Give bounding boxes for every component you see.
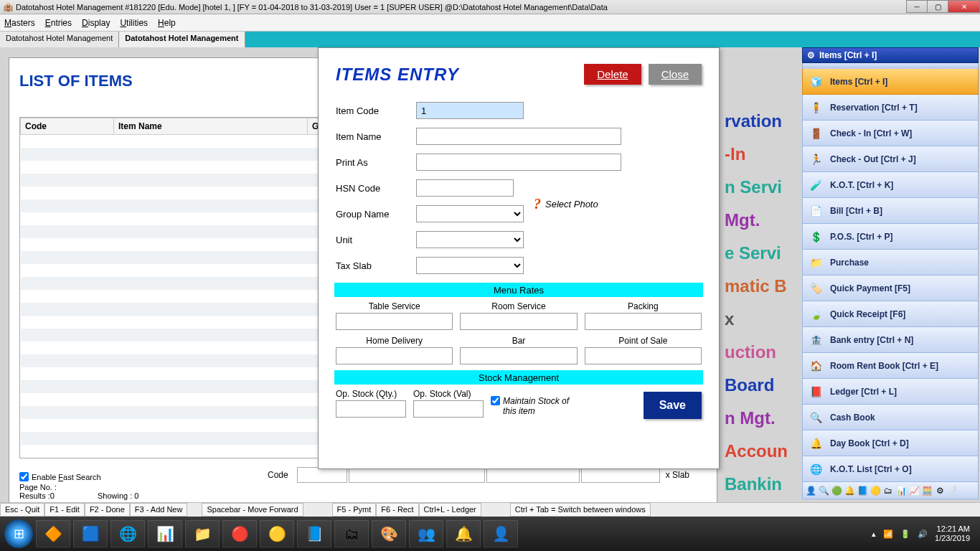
sc-f5[interactable]: F5 - Pymt [332, 503, 377, 517]
sidebar-item-label: Check - In [Ctrl + W] [830, 128, 912, 138]
tab-1[interactable]: Datotahost Hotel Management [119, 32, 245, 47]
tabstrip: Datotahost Hotel Management Datotahost H… [0, 32, 980, 47]
save-button[interactable]: Save [644, 392, 702, 419]
sidebar-icon: 🔔 [809, 436, 823, 451]
enable-fast-search-checkbox[interactable] [19, 472, 29, 481]
sidebar-item-15[interactable]: 🌐K.O.T. List [Ctrl + O] [802, 456, 979, 482]
close-window-button[interactable]: ✕ [948, 0, 980, 13]
sidebar-item-3[interactable]: 🏃Check - Out [Ctrl + J] [802, 146, 979, 172]
sidebar-item-label: Ledger [Ctrl + L] [830, 387, 897, 397]
pos-label: Point of Sale [585, 336, 702, 346]
sc-f1[interactable]: F1 - Edit [44, 503, 85, 517]
maintain-stock-checkbox[interactable] [491, 396, 500, 405]
home-delivery-input[interactable] [336, 347, 453, 364]
list-footer: Enable Fast Search Page No. : Results :0… [19, 472, 707, 500]
sidebar-item-label: Bank entry [Ctrl + N] [830, 335, 913, 345]
sidebar-item-0[interactable]: 🧊Items [Ctrl + I] [802, 69, 979, 95]
sc-ctrl-l[interactable]: Ctrl+L - Ledger [419, 503, 481, 517]
sidebar-item-6[interactable]: 💲P.O.S. [Ctrl + P] [802, 224, 979, 250]
sidebar-item-5[interactable]: 📄Bill [Ctrl + B] [802, 198, 979, 224]
tb-word[interactable]: 📘 [297, 520, 331, 547]
tray-battery-icon[interactable]: 🔋 [900, 529, 910, 539]
sidebar-item-label: Purchase [830, 258, 869, 268]
menu-masters[interactable]: Masters [4, 18, 35, 28]
sc-space[interactable]: Spacebar - Move Forward [202, 503, 303, 517]
tb-app2[interactable]: 📊 [148, 520, 182, 547]
table-service-input[interactable] [336, 313, 453, 330]
item-name-input[interactable] [416, 128, 621, 145]
sc-esc[interactable]: Esc - Quit [0, 503, 44, 517]
tb-chrome[interactable]: 🟡 [260, 520, 294, 547]
modal-close-button[interactable]: Close [649, 64, 702, 85]
menu-display[interactable]: Display [82, 18, 110, 28]
op-val-label: Op. Stock (Val) [413, 389, 484, 399]
tb-explorer[interactable]: 📁 [185, 520, 220, 547]
sidebar-item-12[interactable]: 📕Ledger [Ctrl + L] [802, 379, 979, 405]
sidebar-grip[interactable] [802, 63, 979, 69]
tb-app3[interactable]: 🗂 [334, 520, 369, 547]
sidebar-item-label: Check - Out [Ctrl + J] [830, 154, 916, 164]
sidebar-item-14[interactable]: 🔔Day Book [Ctrl + D] [802, 430, 979, 456]
sidebar-icon: 🔍 [809, 410, 823, 425]
sidebar-item-11[interactable]: 🏠Room Rent Book [Ctrl + E] [802, 353, 979, 379]
sidebar-icon: 🌐 [809, 462, 823, 476]
bg-feature-words: rvation-Inn Servi Mgt.e Servimatic B xuc… [725, 105, 788, 501]
op-val-input[interactable] [413, 400, 484, 418]
tray-up-icon[interactable]: ▴ [872, 529, 876, 539]
list-title: LIST OF ITEMS [19, 72, 133, 90]
tb-app1[interactable]: 🟦 [73, 520, 108, 547]
sc-f3[interactable]: F3 - Add New [130, 503, 188, 517]
tax-select[interactable] [416, 257, 524, 274]
tb-paint[interactable]: 🎨 [372, 520, 406, 547]
print-as-input[interactable] [416, 154, 621, 171]
sidebar-item-9[interactable]: 🍃Quick Receipt [F6] [802, 301, 979, 327]
item-code-input[interactable] [416, 102, 524, 119]
sidebar-footer-icons: 👤🔍🟢 🔔📘🟡 🗂📊📈 🧮⚙❔ [802, 482, 979, 499]
minimize-button[interactable]: ─ [906, 0, 928, 13]
room-service-input[interactable] [460, 313, 577, 330]
window-title: Datotahost Hotel Management #181220 [Edu… [16, 3, 977, 11]
tb-ie[interactable]: 🌐 [110, 520, 145, 547]
tb-app5[interactable]: 👤 [484, 520, 518, 547]
menu-help[interactable]: Help [158, 18, 176, 28]
sidebar-item-4[interactable]: 🧪K.O.T. [Ctrl + K] [802, 172, 979, 198]
sc-f6[interactable]: F6 - Rect [376, 503, 418, 517]
app-icon: 🏨 [3, 2, 13, 12]
tb-app4[interactable]: 👥 [409, 520, 443, 547]
maximize-button[interactable]: ▢ [927, 0, 948, 13]
pos-input[interactable] [585, 347, 702, 364]
op-qty-input[interactable] [336, 400, 406, 418]
delete-button[interactable]: Delete [584, 64, 641, 85]
tray-volume-icon[interactable]: 🔊 [918, 529, 928, 539]
sidebar-item-2[interactable]: 🚪Check - In [Ctrl + W] [802, 121, 979, 146]
sidebar-item-1[interactable]: 🧍Reservation [Ctrl + T] [802, 95, 979, 121]
tb-opera[interactable]: 🔴 [222, 520, 257, 547]
op-qty-label: Op. Stock (Qty.) [336, 389, 406, 399]
group-select[interactable] [416, 205, 524, 222]
tray-wifi-icon[interactable]: 📶 [883, 529, 893, 539]
sidebar-item-13[interactable]: 🔍Cash Book [802, 405, 979, 430]
unit-select[interactable] [416, 231, 524, 248]
sidebar-item-label: Day Book [Ctrl + D] [830, 438, 909, 448]
sidebar-item-10[interactable]: 🏦Bank entry [Ctrl + N] [802, 327, 979, 353]
print-as-label: Print As [336, 157, 416, 168]
window-controls: ─ ▢ ✕ [907, 0, 980, 13]
clock[interactable]: 12:21 AM 1/23/2019 [935, 524, 970, 543]
system-tray[interactable]: ▴ 📶 🔋 🔊 12:21 AM 1/23/2019 [872, 524, 976, 543]
packing-input[interactable] [585, 313, 702, 330]
sc-f2[interactable]: F2 - Done [85, 503, 130, 517]
tb-bell[interactable]: 🔔 [446, 520, 481, 547]
menu-utilities[interactable]: Utilities [120, 18, 148, 28]
select-photo-area[interactable]: ? Select Photo [534, 196, 598, 212]
tb-vlc[interactable]: 🔶 [36, 520, 70, 547]
hsn-input[interactable] [416, 179, 514, 197]
start-button[interactable]: ⊞ [4, 519, 33, 548]
tab-0[interactable]: Datotahost Hotel Management [0, 32, 119, 47]
col-item-name[interactable]: Item Name [114, 118, 308, 135]
sidebar-item-7[interactable]: 📁Purchase [802, 250, 979, 276]
menu-entries[interactable]: Entries [45, 18, 72, 28]
bar-input[interactable] [460, 347, 577, 364]
col-code[interactable]: Code [21, 118, 114, 135]
sidebar-title: ⚙ Items [Ctrl + I] [802, 47, 979, 63]
sidebar-item-8[interactable]: 🏷️Quick Payment [F5] [802, 276, 979, 301]
